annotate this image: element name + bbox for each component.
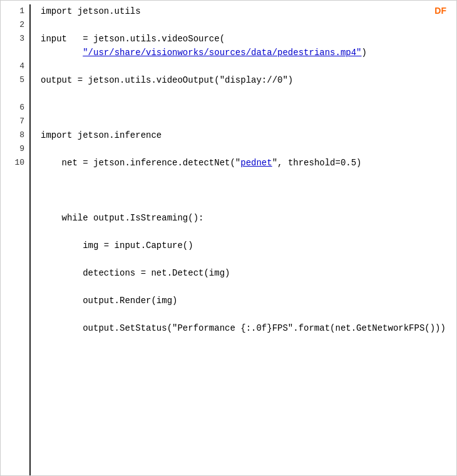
code-line-e3 (41, 170, 456, 184)
video-path-link: "/usr/share/visionworks/sources/data/ped… (83, 48, 361, 58)
line-num-9: 8 (19, 128, 24, 142)
line-num-7: 6 (19, 101, 24, 115)
code-line-e8: img = input.Capture() (41, 239, 456, 252)
code-line-e11 (41, 280, 456, 294)
code-line-2 (41, 18, 456, 32)
code-line-8 (41, 101, 456, 115)
line-num-5b: 5 (19, 73, 24, 87)
code-line-e7 (41, 225, 456, 239)
code-line-10: import jetson.inference (41, 128, 456, 142)
code-line-e12: output.Render(img) (41, 294, 456, 308)
code-line-6: output = jetson.utils.videoOutput("displ… (41, 73, 456, 87)
code-line-e5 (41, 197, 456, 211)
df-badge: DF (434, 6, 446, 16)
editor-container: DF 1 2 3 4 5 6 7 8 9 10 (0, 0, 457, 476)
line-num-11: 10 (14, 156, 24, 170)
code-line-e14: output.SetStatus("Performance {:.0f}FPS"… (41, 321, 456, 335)
code-line-3: input = jetson.utils.videoSource( (41, 32, 456, 46)
code-line-e4 (41, 184, 456, 197)
line-num-1: 1 (19, 4, 24, 18)
code-line-4: "/usr/share/visionworks/sources/data/ped… (41, 46, 456, 59)
code-line-e2: net = jetson.inference.detectNet("pednet… (41, 156, 456, 170)
code-line-e13 (41, 308, 456, 321)
code-area: 1 2 3 4 5 6 7 8 9 10 (1, 1, 456, 475)
line-num-2: 2 (19, 18, 24, 32)
code-line-7 (41, 87, 456, 101)
line-num-3: 3 (19, 32, 24, 46)
line-num-10: 9 (19, 142, 24, 156)
line-num-5: 4 (19, 59, 24, 73)
code-line-5 (41, 59, 456, 73)
pednet-link: pednet (240, 158, 272, 168)
code-line-e1 (41, 142, 456, 156)
line-num-8: 7 (19, 115, 24, 128)
code-line-e10: detections = net.Detect(img) (41, 266, 456, 280)
code-line-9 (41, 115, 456, 128)
code-content: import jetson.utils input = jetson.utils… (31, 4, 456, 475)
line-numbers: 1 2 3 4 5 6 7 8 9 10 (1, 4, 31, 475)
code-line-e9 (41, 252, 456, 266)
code-line-1: import jetson.utils (41, 4, 456, 18)
code-line-e6: while output.IsStreaming(): (41, 211, 456, 225)
